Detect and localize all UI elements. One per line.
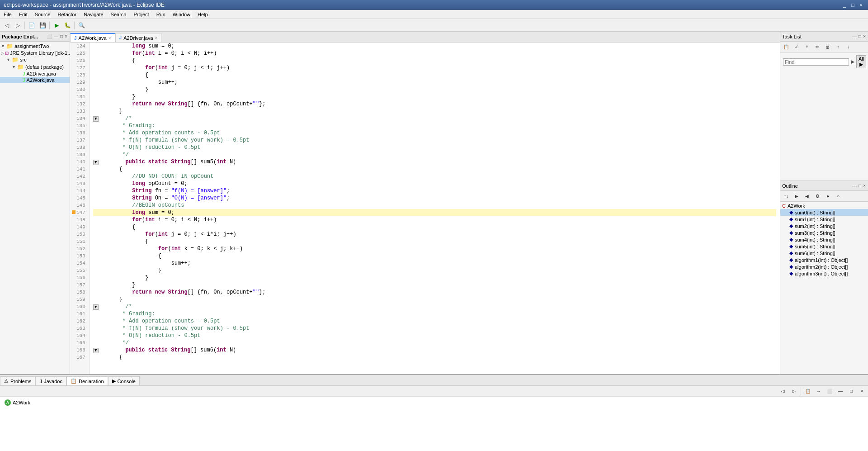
outline-maximize-icon[interactable]: □ [858, 183, 862, 189]
all-button[interactable]: All ▶ [856, 55, 866, 68]
outline-method-item[interactable]: ◆ sum3(int) : String[] [780, 229, 868, 236]
task-btn-4[interactable]: ✏ [812, 42, 822, 52]
code-scroll[interactable]: 1241251261271281291301311321331341351361… [70, 43, 780, 374]
outline-method-item[interactable]: ◆ sum1(int) : String[] [780, 216, 868, 223]
bottom-close[interactable]: × [857, 386, 867, 396]
code-line[interactable]: } [93, 281, 776, 289]
code-line[interactable]: //DO NOT COUNT IN opCount [93, 173, 776, 180]
code-line[interactable]: * O(N) reduction - 0.5pt [93, 144, 776, 151]
outline-method-item[interactable]: ◆ sum4(int) : String[] [780, 236, 868, 243]
task-btn-5[interactable]: 🗑 [823, 42, 833, 52]
task-minimize-icon[interactable]: — [852, 33, 857, 39]
code-line[interactable]: long sum = 0; [93, 43, 776, 50]
task-btn-6[interactable]: ↑ [833, 42, 843, 52]
outline-method-item[interactable]: ◆ sum0(int) : String[] [780, 209, 868, 216]
bottom-minimize[interactable]: — [835, 386, 845, 396]
code-line[interactable]: return new String[] {fn, On, opCount+""}… [93, 100, 776, 108]
bottom-btn-3[interactable]: ⬜ [825, 386, 835, 396]
code-line[interactable]: } [93, 274, 776, 281]
menu-item-refactor[interactable]: Refactor [54, 11, 80, 18]
code-line[interactable]: for(int k = 0; k < j; k++) [93, 245, 776, 252]
code-line[interactable]: { [93, 238, 776, 245]
tab-close-icon[interactable]: × [108, 36, 111, 41]
outline-method-item[interactable]: ◆ sum5(int) : String[] [780, 243, 868, 250]
code-line[interactable]: { [93, 223, 776, 231]
code-line[interactable]: * f(N) formula (show your work) - 0.5pt [93, 137, 776, 144]
tab-close-icon[interactable]: × [155, 35, 158, 40]
code-line[interactable]: { [93, 166, 776, 173]
task-btn-3[interactable]: + [802, 42, 812, 52]
code-line[interactable]: String fn = "f(N) = [answer]"; [93, 187, 776, 195]
new-button[interactable]: 📄 [27, 20, 37, 30]
run-button[interactable]: ▶ [52, 20, 61, 30]
fold-indicator[interactable]: ▼ [93, 116, 99, 122]
code-line[interactable]: //BEGIN opCounts [93, 202, 776, 209]
minimize-button[interactable]: _ [841, 2, 848, 8]
outline-btn-3[interactable]: ◀ [802, 191, 812, 201]
maximize-button[interactable]: □ [849, 2, 856, 8]
minimize-panel-icon[interactable]: — [53, 33, 59, 39]
task-btn-1[interactable]: 📋 [781, 42, 791, 52]
menu-item-window[interactable]: Window [169, 11, 194, 18]
code-line[interactable]: { [93, 71, 776, 79]
fold-indicator[interactable]: ▼ [93, 160, 99, 165]
menu-item-project[interactable]: Project [130, 11, 152, 18]
bottom-tab-console[interactable]: ▶ Console [108, 376, 140, 385]
code-line[interactable]: * Grading: [93, 122, 776, 129]
outline-btn-6[interactable]: ○ [833, 191, 843, 201]
code-line[interactable]: { [93, 57, 776, 64]
code-line[interactable]: * Add operation counts - 0.5pt [93, 129, 776, 137]
code-content[interactable]: long sum = 0; for(int i = 0; i < N; i++)… [90, 43, 780, 374]
fold-indicator[interactable]: ▼ [93, 304, 99, 310]
tree-item[interactable]: ▷ ⊡ JRE System Library [jdk-1... [0, 50, 70, 56]
editor-tab-A2Driverjava[interactable]: J A2Driver.java × [115, 33, 162, 42]
bottom-tab-problems[interactable]: ⚠ Problems [0, 376, 35, 385]
code-line[interactable]: String On = "O(N) = [answer]"; [93, 195, 776, 202]
back-button[interactable]: ◁ [2, 20, 12, 30]
bottom-tab-javadoc[interactable]: J Javadoc [35, 376, 66, 385]
code-line[interactable]: } [93, 267, 776, 274]
menu-item-run[interactable]: Run [153, 11, 169, 18]
bottom-maximize[interactable]: □ [846, 386, 856, 396]
search-button[interactable]: 🔍 [76, 20, 86, 30]
save-button[interactable]: 💾 [38, 20, 47, 30]
code-line[interactable]: */ [93, 339, 776, 347]
outline-method-item[interactable]: ◆ algorithm3(int) : Object[] [780, 270, 868, 277]
code-line[interactable]: for(int i = 0; i < N; i++) [93, 216, 776, 223]
menu-item-file[interactable]: File [0, 11, 15, 18]
code-line[interactable]: sum++; [93, 79, 776, 86]
outline-method-item[interactable]: ◆ algorithm1(int) : Object[] [780, 256, 868, 263]
debug-button[interactable]: 🐛 [62, 20, 72, 30]
menu-item-search[interactable]: Search [107, 11, 130, 18]
code-line[interactable]: sum++; [93, 260, 776, 267]
code-line[interactable]: ▼ public static String[] sum6(int N) [93, 347, 776, 354]
outline-close-icon[interactable]: × [863, 183, 866, 189]
bottom-nav-back[interactable]: ◁ [778, 386, 788, 396]
code-line[interactable]: { [93, 354, 776, 361]
outline-btn-4[interactable]: ⚙ [812, 191, 822, 201]
code-line[interactable]: { [93, 252, 776, 260]
outline-btn-2[interactable]: ▶ [792, 191, 802, 201]
menu-item-navigate[interactable]: Navigate [80, 11, 107, 18]
code-line[interactable]: long sum = 0; [93, 209, 776, 216]
code-line[interactable]: return new String[] {fn, On, opCount+""}… [93, 289, 776, 296]
fold-indicator[interactable]: ▼ [93, 348, 99, 353]
close-button[interactable]: × [858, 2, 864, 8]
code-line[interactable]: * Grading: [93, 310, 776, 318]
task-close-icon[interactable]: × [863, 33, 866, 39]
code-line[interactable]: * f(N) formula (show your work) - 0.5pt [93, 325, 776, 332]
outline-method-item[interactable]: ◆ sum2(int) : String[] [780, 223, 868, 229]
tree-item[interactable]: J A2Work.java [0, 77, 70, 83]
tree-item[interactable]: J A2Driver.java [0, 71, 70, 77]
code-line[interactable]: } [93, 86, 776, 93]
code-line[interactable]: } [93, 93, 776, 100]
code-line[interactable]: * O(N) reduction - 0.5pt [93, 332, 776, 339]
code-line[interactable]: } [93, 296, 776, 303]
outline-method-item[interactable]: ◆ sum6(int) : String[] [780, 250, 868, 256]
code-line[interactable]: * Add operation counts - 0.5pt [93, 318, 776, 325]
outline-btn-5[interactable]: ● [823, 191, 833, 201]
menu-item-help[interactable]: Help [194, 11, 212, 18]
find-input[interactable] [783, 58, 849, 66]
task-maximize-icon[interactable]: □ [858, 33, 862, 39]
bottom-btn-2[interactable]: ↔ [814, 386, 824, 396]
